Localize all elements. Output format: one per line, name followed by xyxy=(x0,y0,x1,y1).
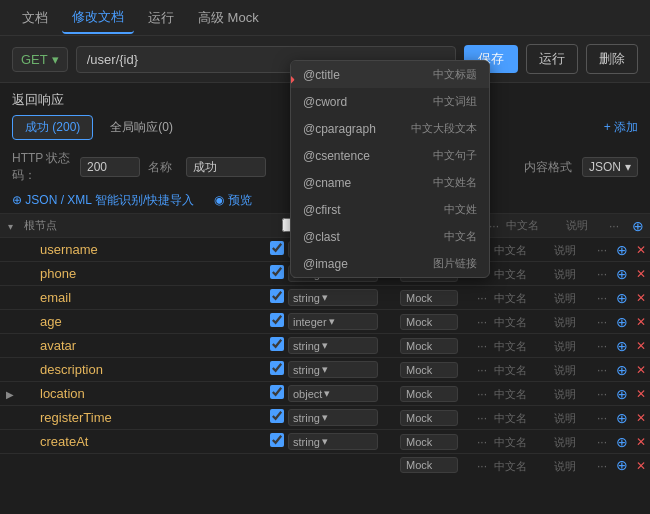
cn-input[interactable] xyxy=(494,317,544,329)
tab-success[interactable]: 成功 (200) xyxy=(12,115,93,140)
dropdown-item[interactable]: @cparagraph 中文大段文本 xyxy=(291,115,489,142)
cn-input[interactable] xyxy=(494,437,544,449)
dropdown-item[interactable]: @csentence 中文句子 xyxy=(291,142,489,169)
row-checkbox[interactable] xyxy=(270,409,284,423)
more-icon[interactable]: ··· xyxy=(595,434,609,450)
cn-input[interactable] xyxy=(494,341,544,353)
dropdown-item[interactable]: @cword 中文词组 xyxy=(291,88,489,115)
add-field-icon[interactable]: ⊕ xyxy=(614,313,630,331)
cn-input[interactable] xyxy=(494,413,544,425)
dropdown-item[interactable]: @cname 中文姓名 xyxy=(291,169,489,196)
more-icon[interactable]: ··· xyxy=(595,386,609,402)
nav-advanced-mock[interactable]: 高级 Mock xyxy=(188,3,269,33)
cn-input[interactable] xyxy=(494,293,544,305)
row-checkbox[interactable] xyxy=(270,241,284,255)
type-select[interactable]: object ▾ xyxy=(288,385,378,402)
delete-button[interactable]: 删除 xyxy=(586,44,638,74)
more-icon[interactable]: ··· xyxy=(595,410,609,426)
root-expand-icon[interactable]: ▾ xyxy=(8,221,13,232)
last-close-icon[interactable]: ✕ xyxy=(634,458,648,474)
expand-icon[interactable]: ▶ xyxy=(6,389,14,400)
dropdown-item[interactable]: @ctitle 中文标题 xyxy=(291,61,489,88)
delete-field-icon[interactable]: ✕ xyxy=(634,290,648,306)
more-icon[interactable]: ··· xyxy=(595,314,609,330)
row-checkbox[interactable] xyxy=(270,289,284,303)
last-mock-input[interactable]: Mock xyxy=(400,457,458,473)
dots-icon[interactable]: ··· xyxy=(475,434,489,450)
preview-link[interactable]: ◉ 预览 xyxy=(214,192,251,209)
dropdown-item[interactable]: @cfirst 中文姓 xyxy=(291,196,489,223)
cn-input[interactable] xyxy=(494,389,544,401)
row-checkbox[interactable] xyxy=(270,265,284,279)
delete-field-icon[interactable]: ✕ xyxy=(634,386,648,402)
dots-icon[interactable]: ··· xyxy=(475,386,489,402)
last-dots-icon[interactable]: ··· xyxy=(475,458,489,474)
add-field-icon[interactable]: ⊕ xyxy=(614,361,630,379)
nav-edit-doc[interactable]: 修改文档 xyxy=(62,2,134,34)
tab-global[interactable]: 全局响应(0) xyxy=(97,115,186,140)
row-checkbox[interactable] xyxy=(270,361,284,375)
delete-field-icon[interactable]: ✕ xyxy=(634,266,648,282)
type-select[interactable]: string ▾ xyxy=(288,361,378,378)
more-icon[interactable]: ··· xyxy=(595,338,609,354)
dropdown-item[interactable]: @image 图片链接 xyxy=(291,250,489,277)
row-checkbox[interactable] xyxy=(270,337,284,351)
delete-field-icon[interactable]: ✕ xyxy=(634,242,648,258)
run-button[interactable]: 运行 xyxy=(526,44,578,74)
mock-input[interactable] xyxy=(400,362,458,378)
http-status-input[interactable] xyxy=(80,157,140,177)
more-icon[interactable]: ··· xyxy=(595,242,609,258)
dots-icon[interactable]: ··· xyxy=(475,290,489,306)
row-checkbox[interactable] xyxy=(270,433,284,447)
type-select[interactable]: string ▾ xyxy=(288,433,378,450)
cn-input[interactable] xyxy=(494,269,544,281)
delete-field-icon[interactable]: ✕ xyxy=(634,314,648,330)
add-field-icon[interactable]: ⊕ xyxy=(614,265,630,283)
last-cn-input[interactable] xyxy=(494,460,544,472)
dots-icon[interactable]: ··· xyxy=(475,410,489,426)
more-icon[interactable]: ··· xyxy=(607,218,621,234)
last-more-icon[interactable]: ··· xyxy=(595,458,609,474)
import-link[interactable]: ⊕ JSON / XML 智能识别/快捷导入 xyxy=(12,192,194,209)
last-add-icon[interactable]: ⊕ xyxy=(614,456,630,474)
cn-input[interactable] xyxy=(494,245,544,257)
type-select[interactable]: integer ▾ xyxy=(288,313,378,330)
cn-input[interactable] xyxy=(494,365,544,377)
row-checkbox[interactable] xyxy=(270,313,284,327)
add-field-icon[interactable]: ⊕ xyxy=(614,433,630,451)
row-checkbox[interactable] xyxy=(270,385,284,399)
delete-field-icon[interactable]: ✕ xyxy=(634,434,648,450)
name-input[interactable] xyxy=(186,157,266,177)
add-field-icon[interactable]: ⊕ xyxy=(614,289,630,307)
type-select[interactable]: string ▾ xyxy=(288,409,378,426)
dots-icon[interactable]: ··· xyxy=(475,338,489,354)
mock-input[interactable] xyxy=(400,410,458,426)
dropdown-item[interactable]: @clast 中文名 xyxy=(291,223,489,250)
dots-icon[interactable]: ··· xyxy=(475,314,489,330)
add-field-icon[interactable]: ⊕ xyxy=(614,385,630,403)
dots-icon[interactable]: ··· xyxy=(475,362,489,378)
delete-field-icon[interactable]: ✕ xyxy=(634,410,648,426)
header-add[interactable]: ⊕ xyxy=(626,218,650,234)
mock-input[interactable] xyxy=(400,386,458,402)
add-field-icon[interactable]: ⊕ xyxy=(614,337,630,355)
mock-input[interactable] xyxy=(400,434,458,450)
type-select[interactable]: string ▾ xyxy=(288,337,378,354)
add-field-icon[interactable]: ⊕ xyxy=(614,409,630,427)
add-response-button[interactable]: + 添加 xyxy=(604,119,638,136)
mock-input[interactable] xyxy=(400,314,458,330)
mock-input[interactable] xyxy=(400,338,458,354)
add-field-icon[interactable]: ⊕ xyxy=(614,241,630,259)
type-select[interactable]: string ▾ xyxy=(288,289,378,306)
format-select[interactable]: JSON ▾ xyxy=(582,157,638,177)
add-root-icon[interactable]: ⊕ xyxy=(630,217,646,235)
header-more[interactable]: ··· xyxy=(602,219,626,233)
more-icon[interactable]: ··· xyxy=(595,362,609,378)
delete-field-icon[interactable]: ✕ xyxy=(634,338,648,354)
method-select[interactable]: GET ▾ xyxy=(12,47,68,72)
root-cn-input[interactable] xyxy=(506,220,556,232)
more-icon[interactable]: ··· xyxy=(595,266,609,282)
nav-doc[interactable]: 文档 xyxy=(12,3,58,33)
nav-run[interactable]: 运行 xyxy=(138,3,184,33)
more-icon[interactable]: ··· xyxy=(595,290,609,306)
